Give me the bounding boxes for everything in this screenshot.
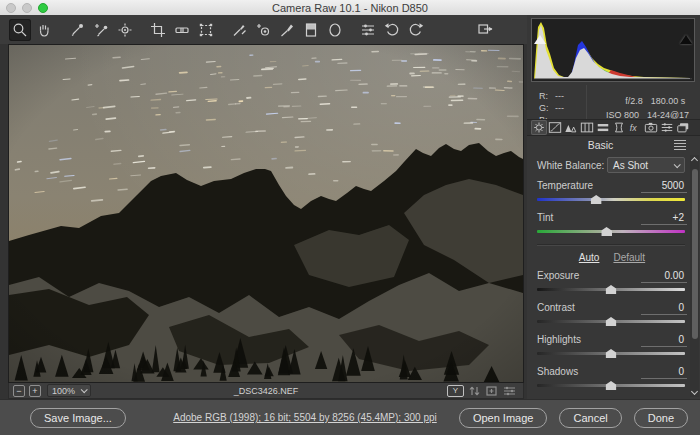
zoom-level-select[interactable]: 100% xyxy=(47,384,91,397)
crop-tool-icon[interactable] xyxy=(147,19,169,41)
panel-tabs: fx xyxy=(527,119,700,136)
histogram xyxy=(531,18,695,82)
transform-tool-icon[interactable] xyxy=(195,19,217,41)
slider-label: Shadows xyxy=(537,366,641,377)
slider-thumb[interactable] xyxy=(606,381,617,390)
slider-thumb[interactable] xyxy=(606,285,617,294)
shadow-clipping-warning-icon[interactable] xyxy=(533,20,547,31)
tab-effects[interactable]: fx xyxy=(627,120,643,135)
chevron-down-icon xyxy=(674,161,681,168)
white-balance-label: White Balance: xyxy=(537,160,607,171)
chevron-down-icon xyxy=(81,386,88,393)
slider-track[interactable] xyxy=(537,198,685,201)
rotate-right-icon[interactable] xyxy=(405,19,427,41)
panel-title: Basic xyxy=(527,139,674,151)
red-eye-tool-icon[interactable] xyxy=(252,19,274,41)
save-image-button[interactable]: Save Image... xyxy=(30,408,126,428)
default-link[interactable]: Default xyxy=(613,252,645,263)
group-separator xyxy=(537,244,685,246)
swap-before-after-icon[interactable] xyxy=(468,385,481,397)
camera-raw-dialog: Camera Raw 10.1 - Nikon D850 xyxy=(0,0,700,435)
tab-detail[interactable] xyxy=(563,120,579,135)
adjustment-brush-tool-icon[interactable] xyxy=(276,19,298,41)
basic-panel-body: White Balance: As Shot Temperature5000Ti… xyxy=(527,153,687,399)
tab-tone-curve[interactable] xyxy=(547,120,563,135)
straighten-tool-icon[interactable] xyxy=(171,19,193,41)
titlebar: Camera Raw 10.1 - Nikon D850 xyxy=(0,0,700,15)
tint-slider[interactable] xyxy=(537,225,685,237)
contrast-slider[interactable] xyxy=(537,315,685,327)
preview-preferences-icon[interactable] xyxy=(502,385,517,397)
white-balance-value: As Shot xyxy=(613,160,648,171)
right-panel: R:--- G:--- B:--- f/2.8180.00 s ISO 8001… xyxy=(527,15,700,399)
toolbar xyxy=(0,15,527,44)
white-balance-select[interactable]: As Shot xyxy=(607,157,685,173)
slider-label: Tint xyxy=(537,212,641,223)
slider-thumb[interactable] xyxy=(601,227,612,236)
done-button[interactable]: Done xyxy=(634,408,688,428)
toggle-fullscreen-icon[interactable] xyxy=(474,18,496,40)
slider-label: Temperature xyxy=(537,180,641,191)
shadows-slider[interactable] xyxy=(537,379,685,391)
workflow-options-link[interactable]: Adobe RGB (1998); 16 bit; 5504 by 8256 (… xyxy=(170,412,440,423)
white-balance-tool-icon[interactable] xyxy=(66,19,88,41)
slider-label: Highlights xyxy=(537,334,641,345)
panel-menu-icon[interactable] xyxy=(674,138,686,152)
highlight-clipping-warning-icon[interactable] xyxy=(679,20,693,31)
auto-link[interactable]: Auto xyxy=(579,252,600,263)
slider-value[interactable]: +2 xyxy=(641,212,687,225)
canvas-footer: − + 100% _DSC3426.NEF Y xyxy=(8,383,524,399)
bottom-bar: Save Image... Adobe RGB (1998); 16 bit; … xyxy=(0,399,700,435)
zoom-out-button[interactable]: − xyxy=(13,385,25,397)
exposure-slider[interactable] xyxy=(537,283,685,295)
graduated-filter-tool-icon[interactable] xyxy=(300,19,322,41)
tab-split-toning[interactable] xyxy=(595,120,611,135)
highlights-slider[interactable] xyxy=(537,347,685,359)
scrollbar-thumb[interactable] xyxy=(692,169,698,339)
panel-scrollbar[interactable] xyxy=(690,155,699,397)
slider-value[interactable]: 0 xyxy=(641,334,687,347)
slider-thumb[interactable] xyxy=(606,349,617,358)
tab-lens-corrections[interactable] xyxy=(611,120,627,135)
hand-tool-icon[interactable] xyxy=(33,19,55,41)
slider-value[interactable]: 0 xyxy=(641,366,687,379)
panel-header: Basic xyxy=(527,137,700,153)
tab-camera-calibration[interactable] xyxy=(643,120,659,135)
temperature-slider[interactable] xyxy=(537,193,685,205)
slider-thumb[interactable] xyxy=(606,317,617,326)
tab-presets[interactable] xyxy=(659,120,675,135)
svg-text:fx: fx xyxy=(630,123,637,133)
copy-settings-icon[interactable] xyxy=(485,385,498,397)
slider-thumb[interactable] xyxy=(591,195,602,204)
slider-label: Exposure xyxy=(537,270,641,281)
zoom-tool-icon[interactable] xyxy=(9,19,31,41)
open-image-button[interactable]: Open Image xyxy=(459,408,548,428)
targeted-adjustment-tool-icon[interactable] xyxy=(114,19,136,41)
slider-value[interactable]: 0.00 xyxy=(641,270,687,283)
spot-removal-tool-icon[interactable] xyxy=(228,19,250,41)
zoom-level-value: 100% xyxy=(52,386,75,396)
tab-snapshots[interactable] xyxy=(675,120,691,135)
radial-filter-tool-icon[interactable] xyxy=(324,19,346,41)
rotate-left-icon[interactable] xyxy=(381,19,403,41)
scroll-down-icon[interactable] xyxy=(690,388,697,395)
tab-basic[interactable] xyxy=(531,120,547,135)
preferences-icon[interactable] xyxy=(357,19,379,41)
scroll-up-icon[interactable] xyxy=(690,157,697,164)
tab-hsl-grayscale[interactable] xyxy=(579,120,595,135)
color-sampler-tool-icon[interactable] xyxy=(90,19,112,41)
cancel-button[interactable]: Cancel xyxy=(559,408,621,428)
before-after-toggle-icon[interactable]: Y xyxy=(447,385,464,397)
slider-label: Contrast xyxy=(537,302,641,313)
slider-value[interactable]: 5000 xyxy=(641,180,687,193)
photo-canvas[interactable] xyxy=(8,44,524,383)
slider-value[interactable]: 0 xyxy=(641,302,687,315)
zoom-in-button[interactable]: + xyxy=(29,385,41,397)
window-title: Camera Raw 10.1 - Nikon D850 xyxy=(0,2,700,14)
